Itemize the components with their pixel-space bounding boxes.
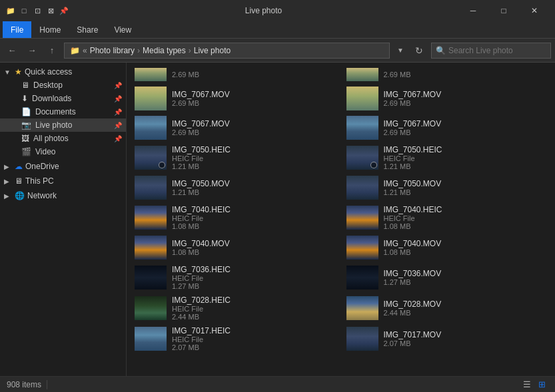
maximize-button[interactable]: □: [488, 0, 519, 21]
view-icons: ☰ ⊞: [520, 378, 548, 391]
livephoto-icon: 📷: [21, 120, 31, 130]
file-item[interactable]: IMG_7017.MOV 2.07 MB: [341, 323, 553, 354]
partial-info-right: 2.69 MB: [384, 71, 548, 79]
path-part-3[interactable]: Live photo: [194, 46, 231, 55]
item-count: 908 items: [7, 380, 41, 389]
file-thumbnail: [346, 176, 378, 200]
file-type: HEIC File: [172, 154, 336, 162]
details-view-icon[interactable]: ☰: [520, 378, 534, 391]
file-info: IMG_7067.MOV 2.69 MB: [172, 90, 336, 107]
path-dropdown[interactable]: ▼: [394, 43, 407, 59]
file-item[interactable]: IMG_7028.MOV 2.44 MB: [341, 293, 553, 323]
file-name: IMG_7067.MOV: [172, 119, 336, 128]
file-name: IMG_7036.HEIC: [172, 265, 336, 274]
title-bar-icons: 📁 □ ⊡ ⊠ 📌: [5, 5, 69, 16]
file-info: IMG_7040.HEIC HEIC File 1.08 MB: [384, 205, 548, 230]
file-size: 1.21 MB: [172, 162, 336, 170]
partial-thumb-right: [346, 68, 378, 81]
sidebar-item-livephoto[interactable]: 📷 Live photo 📌: [0, 118, 126, 132]
file-thumbnail: [346, 327, 378, 351]
forward-button[interactable]: →: [24, 43, 40, 59]
file-info: IMG_7050.HEIC HEIC File 1.21 MB: [384, 145, 548, 170]
file-name: IMG_7040.HEIC: [172, 205, 336, 214]
file-size: 2.69 MB: [384, 99, 548, 107]
file-info: IMG_7040.MOV 1.08 MB: [172, 239, 336, 256]
pin-icon-allphotos: 📌: [114, 135, 122, 142]
file-item[interactable]: IMG_7017.HEIC HEIC File 2.07 MB: [129, 323, 341, 354]
sidebar-item-downloads[interactable]: ⬇ Downloads 📌: [0, 92, 126, 105]
refresh-button[interactable]: ↻: [411, 43, 427, 59]
close-button[interactable]: ✕: [519, 0, 550, 21]
partial-size-right: 2.69 MB: [384, 71, 548, 79]
file-item[interactable]: IMG_7040.HEIC HEIC File 1.08 MB: [129, 202, 341, 233]
file-thumbnail: [346, 116, 378, 140]
menu-file[interactable]: File: [3, 21, 31, 38]
app-icon: 📁: [5, 5, 16, 16]
file-name: IMG_7067.MOV: [172, 90, 336, 99]
sidebar-item-documents[interactable]: 📄 Documents 📌: [0, 105, 126, 118]
window-controls: ─ □ ✕: [458, 0, 550, 21]
minimize-button[interactable]: ─: [458, 0, 488, 21]
file-thumbnail: [346, 206, 378, 230]
up-button[interactable]: ↑: [44, 43, 60, 59]
search-icon: 🔍: [436, 46, 446, 55]
file-item[interactable]: IMG_7067.MOV 2.69 MB: [129, 84, 341, 113]
file-thumbnail: [135, 87, 167, 110]
file-name: IMG_7017.MOV: [384, 330, 548, 339]
partial-item-left[interactable]: 2.69 MB: [129, 65, 341, 84]
file-type: HEIC File: [172, 335, 336, 343]
file-item[interactable]: IMG_7050.MOV 1.21 MB: [341, 173, 553, 202]
file-item[interactable]: IMG_7036.MOV 1.27 MB: [341, 262, 553, 293]
status-bar: 908 items ☰ ⊞: [0, 376, 555, 392]
star-icon: ★: [15, 67, 22, 77]
path-part-2[interactable]: Media types: [143, 46, 186, 55]
sidebar-item-desktop[interactable]: 🖥 Desktop 📌: [0, 79, 126, 92]
livephoto-label: Live photo: [35, 120, 72, 130]
network-label: Network: [27, 191, 57, 200]
address-path[interactable]: 📁 « Photo library › Media types › Live p…: [64, 43, 390, 59]
file-item[interactable]: IMG_7040.MOV 1.08 MB: [129, 233, 341, 262]
path-part-1[interactable]: Photo library: [90, 46, 135, 55]
partial-item-right[interactable]: 2.69 MB: [341, 65, 553, 84]
status-divider: [47, 380, 47, 389]
file-item[interactable]: IMG_7040.MOV 1.08 MB: [341, 233, 553, 262]
quick-access-header[interactable]: ▼ ★ Quick access: [0, 65, 126, 79]
file-info: IMG_7036.HEIC HEIC File 1.27 MB: [172, 265, 336, 290]
menu-share[interactable]: Share: [69, 21, 106, 38]
sidebar-item-allphotos[interactable]: 🖼 All photos 📌: [0, 132, 126, 145]
sidebar: ▼ ★ Quick access 🖥 Desktop 📌 ⬇ Downloads…: [0, 63, 127, 376]
file-info: IMG_7040.HEIC HEIC File 1.08 MB: [172, 205, 336, 230]
title-bar: 📁 □ ⊡ ⊠ 📌 Live photo ─ □ ✕: [0, 0, 555, 21]
file-item[interactable]: IMG_7050.MOV 1.21 MB: [129, 173, 341, 202]
file-item[interactable]: IMG_7067.MOV 2.69 MB: [341, 84, 553, 113]
network-header[interactable]: ▶ 🌐 Network: [0, 189, 126, 202]
file-size: 1.21 MB: [384, 162, 548, 170]
file-size: 2.69 MB: [384, 128, 548, 136]
file-item[interactable]: IMG_7050.HEIC HEIC File 1.21 MB: [341, 142, 553, 173]
file-item[interactable]: IMG_7036.HEIC HEIC File 1.27 MB: [129, 262, 341, 293]
file-name: IMG_7028.MOV: [384, 299, 548, 309]
file-item[interactable]: IMG_7067.MOV 2.69 MB: [341, 113, 553, 142]
window-title: Live photo: [73, 6, 454, 15]
sidebar-item-video[interactable]: 🎬 Video: [0, 145, 126, 158]
address-bar: ← → ↑ 📁 « Photo library › Media types › …: [0, 39, 555, 63]
onedrive-icon: ☁: [15, 162, 23, 171]
file-item[interactable]: IMG_7028.HEIC HEIC File 2.44 MB: [129, 293, 341, 323]
back-button[interactable]: ←: [4, 43, 20, 59]
downloads-label: Downloads: [32, 94, 71, 103]
thispc-header[interactable]: ▶ 🖥 This PC: [0, 174, 126, 188]
onedrive-header[interactable]: ▶ ☁ OneDrive: [0, 160, 126, 173]
file-item[interactable]: IMG_7040.HEIC HEIC File 1.08 MB: [341, 202, 553, 233]
file-area[interactable]: 2.69 MB 2.69 MB IMG_7067.MOV 2.69 MB: [127, 63, 555, 376]
search-input[interactable]: [448, 46, 535, 55]
partial-info-left: 2.69 MB: [172, 71, 336, 79]
file-item[interactable]: IMG_7067.MOV 2.69 MB: [129, 113, 341, 142]
partial-thumb-left: [135, 68, 167, 81]
file-thumbnail: [135, 116, 167, 140]
tiles-view-icon[interactable]: ⊞: [535, 378, 548, 391]
menu-view[interactable]: View: [106, 21, 139, 38]
file-size: 1.21 MB: [172, 188, 336, 196]
file-size: 1.21 MB: [384, 188, 548, 196]
file-item[interactable]: IMG_7050.HEIC HEIC File 1.21 MB: [129, 142, 341, 173]
menu-home[interactable]: Home: [31, 21, 69, 38]
